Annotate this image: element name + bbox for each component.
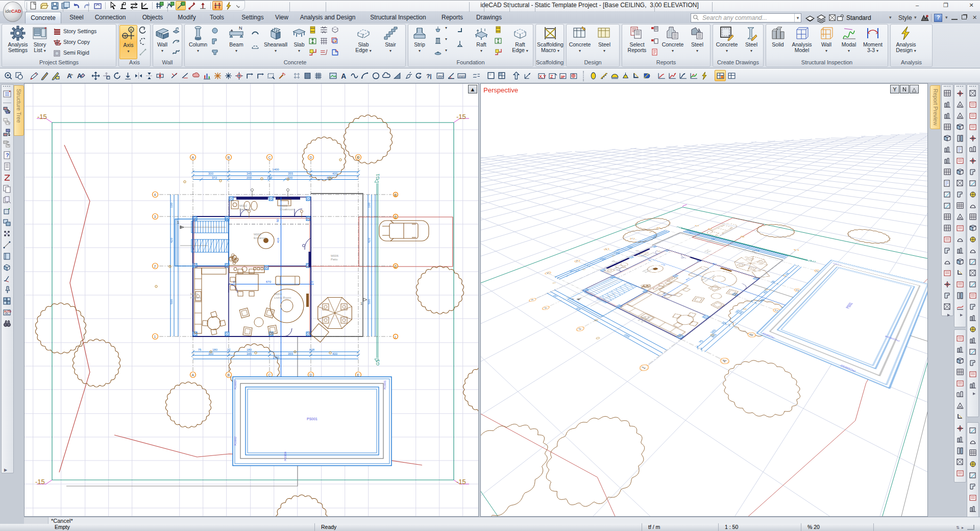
svg-text:A: A (192, 373, 194, 377)
svg-text:M004: M004 (274, 293, 282, 296)
svg-text:300: 300 (208, 352, 214, 355)
svg-text:M002: M002 (239, 204, 248, 207)
svg-text:Patio: Patio (331, 258, 338, 261)
svg-text:410: 410 (277, 237, 280, 243)
svg-text:200: 200 (247, 176, 252, 179)
svg-text:-15: -15 (37, 113, 47, 120)
svg-text:27: 27 (227, 348, 231, 351)
svg-text:498: 498 (327, 176, 332, 179)
svg-text:590: 590 (368, 299, 371, 304)
svg-text:C: C (268, 156, 271, 159)
svg-text:M006: M006 (331, 254, 339, 257)
svg-text:A: A (192, 156, 194, 159)
svg-text:M001: M001 (190, 293, 199, 296)
svg-text:420: 420 (170, 237, 173, 243)
svg-text:+2: +2 (416, 75, 420, 80)
svg-text:M003: M003 (254, 233, 262, 236)
svg-text:4: 4 (154, 193, 156, 197)
svg-text:D: D (310, 156, 312, 159)
svg-text:1: 1 (154, 335, 156, 339)
svg-text:420: 420 (368, 237, 371, 243)
svg-text:-15: -15 (456, 478, 466, 486)
svg-text:?|: ?| (426, 73, 431, 79)
svg-text:2: 2 (154, 264, 156, 268)
svg-text:B: B (228, 156, 230, 159)
svg-text:mm²: mm² (459, 74, 466, 79)
svg-text:400: 400 (332, 172, 338, 175)
svg-text:M005: M005 (280, 204, 288, 207)
svg-text:75: 75 (198, 348, 202, 351)
svg-text:372: 372 (212, 176, 217, 179)
svg-text:1: 1 (360, 302, 362, 305)
svg-text:E: E (357, 373, 360, 377)
svg-text:300: 300 (208, 172, 214, 175)
svg-text:PS001: PS001 (307, 417, 317, 421)
svg-text:180: 180 (212, 348, 218, 351)
svg-text:3P: 3P (560, 75, 565, 79)
svg-text:200: 200 (287, 176, 293, 179)
svg-text:130: 130 (267, 176, 273, 179)
svg-text:PC0003: PC0003 (234, 380, 237, 390)
svg-text:Cloakroom: Cloakroom (280, 208, 295, 211)
svg-text:-15: -15 (456, 113, 466, 120)
svg-text:A: A (130, 28, 133, 32)
svg-text:Living Room: Living Room (274, 296, 291, 299)
svg-text:180: 180 (247, 348, 252, 351)
svg-text:G1: G1 (375, 174, 380, 180)
svg-text:X,Y: X,Y (539, 74, 546, 79)
svg-text:Z: Z (550, 74, 553, 79)
svg-text:345: 345 (247, 172, 252, 175)
svg-text:190: 190 (170, 202, 173, 208)
svg-text:355: 355 (288, 352, 293, 355)
svg-text:1400: 1400 (272, 168, 279, 171)
svg-text:ABC: ABC (5, 312, 10, 315)
svg-text:D: D (310, 373, 312, 377)
svg-text:355: 355 (288, 172, 293, 175)
svg-text:m²: m² (438, 74, 444, 79)
svg-text:B: B (228, 373, 230, 377)
svg-text:1: 1 (177, 221, 179, 224)
svg-text:C: C (268, 373, 271, 377)
svg-text:3: 3 (154, 215, 156, 219)
svg-text:400: 400 (332, 352, 338, 355)
svg-text:N: N (239, 26, 242, 31)
svg-text:345: 345 (247, 352, 252, 355)
svg-text:50: 50 (276, 219, 279, 222)
svg-text:670: 670 (266, 280, 272, 283)
svg-text:PC0004: PC0004 (284, 452, 287, 461)
svg-text:1400: 1400 (273, 356, 280, 359)
svg-text:Kitchen: Kitchen (190, 296, 201, 299)
svg-text:Bathroom: Bathroom (239, 208, 253, 211)
svg-text:PC0001: PC0001 (383, 380, 386, 390)
svg-text:A: A (341, 72, 346, 80)
svg-text:PC0002: PC0002 (234, 437, 237, 446)
svg-text:190: 190 (368, 202, 371, 208)
svg-text:590: 590 (170, 299, 173, 304)
svg-text:20: 20 (310, 280, 313, 283)
svg-text:-15: -15 (35, 478, 45, 486)
svg-text:?: ? (6, 152, 9, 158)
svg-text:Entrance: Entrance (254, 236, 266, 239)
